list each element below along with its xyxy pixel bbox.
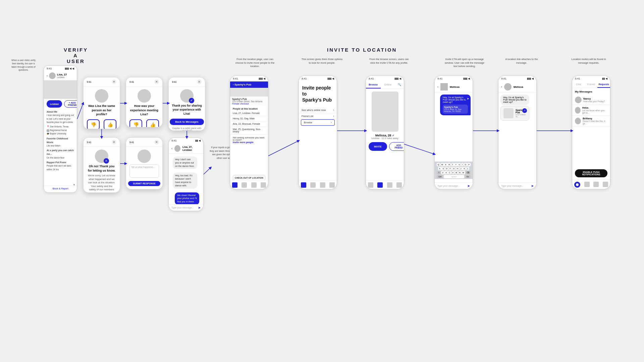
invite-option-browse[interactable]: Browse › bbox=[301, 119, 335, 126]
messages-chat-phone: 9:41▮▮▮ ◀ ‹ Melissa Hey, I'm at Sparky's… bbox=[498, 75, 537, 189]
modal5-avatar bbox=[138, 149, 151, 163]
invite-arrows bbox=[220, 27, 622, 228]
msg-name-label: Melissa bbox=[450, 85, 460, 88]
nav-search[interactable] bbox=[241, 182, 247, 188]
conv-received-1: Hey, I'm at Sparky's Pub! Would you like… bbox=[500, 95, 529, 105]
msg-chat-header: ‹ Melissa bbox=[435, 81, 473, 93]
nav-home[interactable] bbox=[232, 182, 237, 188]
chat-name-label: Lisa, 27, Lesbian bbox=[182, 145, 201, 152]
modal1-actions: 👎 👍 bbox=[84, 117, 120, 129]
venue-card-img bbox=[503, 108, 514, 118]
msg-input-bar[interactable]: Type your message... ➤ bbox=[435, 182, 473, 189]
chat-msg-1: Hey I don't see you or anyone out on the… bbox=[173, 157, 197, 169]
svg-line-9 bbox=[404, 144, 434, 154]
loc-person-3: Aria, 22, Bisexual, Female bbox=[230, 121, 268, 127]
enable-notifications-btn[interactable]: ENABLE PUSH NOTIFICATIONS bbox=[575, 169, 607, 177]
messages-chat-header: ‹ Melissa bbox=[498, 81, 536, 93]
verify-modal-2: 9:41 ✕ ✕ Oh no! Thank you for letting us… bbox=[83, 137, 120, 193]
loc-header-bar: ‹ Sparky's Pub bbox=[230, 81, 268, 88]
tab-friends[interactable]: Friends bbox=[585, 81, 598, 88]
loc-person-2: Henry, 32, Gay, Male bbox=[230, 116, 268, 121]
browse-profile-name: Melissa, 28 ✓ bbox=[375, 134, 395, 137]
thumbdown-button-3[interactable]: 👎 bbox=[129, 119, 142, 127]
msg-avatar bbox=[440, 83, 448, 90]
modal2-avatar: ✕ bbox=[95, 149, 108, 163]
annot2: This screen gives them three options to … bbox=[300, 58, 344, 65]
modal5-header: 9:41 ✕ bbox=[126, 138, 162, 147]
nav2-home[interactable] bbox=[301, 182, 306, 188]
req-contact-2[interactable]: Heba Let me know when you get to... bbox=[572, 105, 610, 116]
messages-avatar bbox=[504, 83, 512, 90]
modal1-header: 9:41 ✕ bbox=[84, 77, 120, 86]
annot3: From the browse screen, users can click … bbox=[367, 58, 411, 65]
nav-profile[interactable] bbox=[261, 182, 266, 188]
modal2-subtitle: We're sorry. Let us know what happened a… bbox=[84, 173, 120, 193]
annot6: Location invites will be found in messag… bbox=[569, 58, 609, 65]
modal2-close[interactable]: ✕ bbox=[112, 140, 116, 144]
loc-person-4: Mat, 25, Questioning, Non-binary bbox=[230, 127, 268, 134]
nav3-search[interactable] bbox=[377, 182, 383, 188]
modal3-close[interactable]: ✕ bbox=[154, 79, 159, 84]
modal4-back-btn[interactable]: Back to Messages bbox=[170, 119, 204, 125]
modal5-submit-btn[interactable]: SUBMIT RESPONSE bbox=[128, 181, 160, 186]
nav2-search[interactable] bbox=[310, 182, 316, 188]
tab-online[interactable]: Online bbox=[381, 81, 395, 88]
chat-msg-2: Hey, too bad. It's because I don't have … bbox=[173, 173, 197, 188]
add-friend-button[interactable]: + ADD FRIEND bbox=[64, 100, 77, 108]
browse-tabs: Browse Online 🔍 bbox=[366, 81, 404, 89]
invite-btn[interactable]: INVITE bbox=[369, 142, 387, 151]
req-contact-1[interactable]: Nancy How was your Friday? bbox=[572, 95, 610, 105]
modal4-close[interactable]: ✕ bbox=[197, 79, 202, 84]
verify-modal-4: 9:41 ✕ ✓ Thank you for sharing your expe… bbox=[168, 77, 205, 131]
modal5-close[interactable]: ✕ bbox=[154, 140, 159, 144]
req-contact-3[interactable]: Brittany Doesn't read like this, it go..… bbox=[572, 116, 610, 126]
modal2-header: 9:41 ✕ bbox=[84, 138, 120, 147]
chat-input-bar[interactable]: Type your message... ➤ bbox=[169, 204, 203, 211]
modal2-title: Oh no! Thank you for letting us know. bbox=[84, 164, 120, 173]
browse-search-icon[interactable]: 🔍 bbox=[395, 81, 404, 88]
nav3-profile[interactable] bbox=[396, 182, 402, 188]
messages-input-bar[interactable]: Type your message... ➤ bbox=[498, 182, 536, 189]
nav6-search[interactable] bbox=[584, 182, 590, 187]
profile-phone-statusbar: 9:41▮▮▮ ◀ ◀ bbox=[44, 66, 77, 71]
verify-button[interactable]: Lesbian bbox=[47, 100, 62, 108]
nav6-profile[interactable] bbox=[603, 182, 608, 187]
profile-name-label: Lisa, 27 Lesbian bbox=[57, 73, 67, 78]
invite-option-online[interactable]: See who's online now › bbox=[299, 107, 337, 113]
invite-people-phone: 9:41▮▮▮ ◀ Invite people toSparky's Pub S… bbox=[299, 75, 337, 189]
nav6-home[interactable] bbox=[574, 182, 580, 188]
invite-statusbar: 9:41▮▮▮ ◀ bbox=[299, 76, 337, 81]
block-report-btn[interactable]: Block & Report bbox=[44, 186, 77, 190]
thumbup-button-1[interactable]: 👍 bbox=[104, 119, 116, 129]
nav3-home[interactable] bbox=[368, 182, 373, 188]
thumbup-button-3[interactable]: 👍 bbox=[146, 119, 159, 127]
tab-browse[interactable]: Browse bbox=[366, 81, 381, 88]
req-avatar-2 bbox=[575, 107, 581, 114]
browse-profile-phone: 9:41▮▮▮ ◀ Browse Online 🔍 Melissa, 28 ✓ … bbox=[366, 75, 404, 189]
profile-phone: 9:41▮▮▮ ◀ ◀ ‹ Lisa, 27 Lesbian Lesbian +… bbox=[44, 65, 77, 193]
modal4-header: 9:41 ✕ bbox=[169, 77, 205, 86]
req-tabs: Chat Friends Requests bbox=[572, 81, 610, 88]
nav6-chat[interactable] bbox=[593, 182, 599, 187]
thumbdown-button-1[interactable]: 👎 bbox=[87, 119, 100, 129]
nav-chat[interactable] bbox=[251, 182, 257, 188]
chat-phone: 9:41▮▮ ◀ ‹ Lisa, 27, Lesbian Hey I don't… bbox=[168, 137, 204, 211]
profile-cover-image bbox=[44, 80, 77, 99]
message-compose-phone: 9:41▮▮▮ ◀ ‹ Melissa Hey, I'm at Sparky's… bbox=[434, 75, 473, 189]
verify-annotation: When a user clicks verify their identity… bbox=[10, 59, 37, 72]
loc-map: Sparky's Pub 123 S Main Street, San Anto… bbox=[230, 88, 268, 106]
scroll-indicator: ▼ bbox=[73, 183, 75, 186]
modal3-actions: 👎 👍 bbox=[126, 117, 162, 127]
nav2-chat[interactable] bbox=[320, 182, 325, 188]
tab-chat[interactable]: Chat bbox=[572, 81, 585, 88]
modal1-close[interactable]: ✕ bbox=[112, 79, 116, 84]
tab-requests[interactable]: Requests bbox=[597, 81, 610, 88]
venue-link-icon: ↗ bbox=[522, 108, 527, 113]
nav2-profile[interactable] bbox=[329, 182, 335, 188]
add-friend-btn[interactable]: ADD FRIEND bbox=[389, 142, 404, 151]
modal4-title: Thank you for sharing your experience wi… bbox=[169, 104, 205, 116]
msg-venue-card: Sparky's Pub 123 S Main St, San Antonio,… bbox=[443, 105, 468, 114]
invite-option-friends[interactable]: Friend List › bbox=[299, 113, 337, 119]
modal5-textarea[interactable]: Tell us what happened... bbox=[129, 164, 159, 178]
nav3-chat[interactable] bbox=[387, 182, 392, 188]
